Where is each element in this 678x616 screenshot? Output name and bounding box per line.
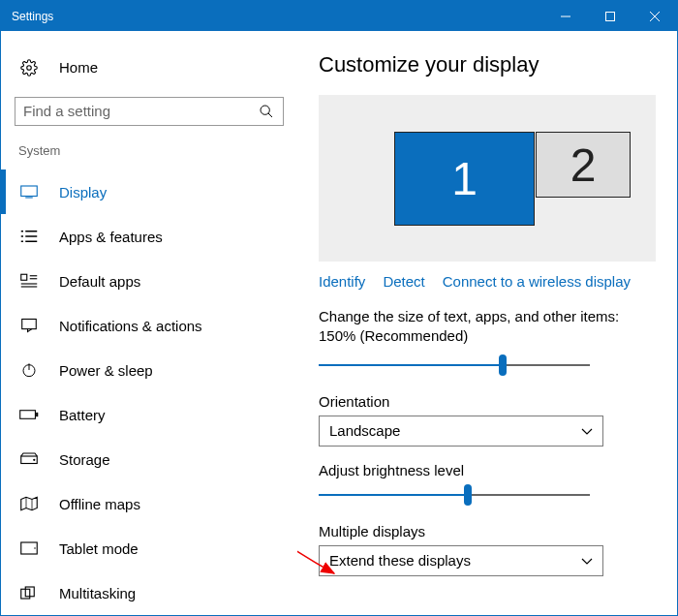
nav-list: Display Apps & features Default apps <box>1 169 297 615</box>
sidebar-item-notifications[interactable]: Notifications & actions <box>1 303 297 348</box>
sidebar-item-storage[interactable]: Storage <box>1 437 297 481</box>
multitasking-icon <box>18 586 40 600</box>
display-actions: Identify Detect Connect to a wireless di… <box>319 273 656 290</box>
tablet-icon <box>18 541 40 555</box>
chevron-down-icon <box>581 422 593 439</box>
svg-line-5 <box>268 113 272 117</box>
connect-wireless-link[interactable]: Connect to a wireless display <box>443 273 631 290</box>
sidebar-item-label: Notifications & actions <box>59 318 202 334</box>
sidebar-item-label: Display <box>59 184 107 200</box>
brightness-slider[interactable] <box>319 484 590 506</box>
list-icon <box>18 230 40 243</box>
scale-slider[interactable] <box>319 354 590 376</box>
titlebar: Settings <box>1 1 677 31</box>
sidebar-item-multitasking[interactable]: Multitasking <box>1 570 297 615</box>
monitor-1[interactable]: 1 <box>394 132 535 226</box>
sidebar-item-label: Tablet mode <box>59 540 139 557</box>
sidebar-item-apps[interactable]: Apps & features <box>1 214 297 259</box>
svg-rect-1 <box>606 12 615 20</box>
identify-link[interactable]: Identify <box>319 273 365 290</box>
sidebar-item-maps[interactable]: Offline maps <box>1 481 297 526</box>
defaults-icon <box>18 273 40 289</box>
sidebar-item-label: Multitasking <box>59 585 136 601</box>
slider-thumb[interactable] <box>464 484 472 506</box>
power-icon <box>18 362 40 378</box>
gear-icon <box>18 59 40 77</box>
svg-point-25 <box>33 459 35 461</box>
sidebar-item-label: Apps & features <box>59 229 163 245</box>
sidebar-item-default-apps[interactable]: Default apps <box>1 259 297 303</box>
orientation-dropdown[interactable]: Landscape <box>319 416 603 447</box>
svg-rect-6 <box>21 186 38 197</box>
settings-window: Settings Home <box>0 0 678 616</box>
orientation-label: Orientation <box>319 393 656 410</box>
map-icon <box>18 496 40 511</box>
category-label: System <box>1 139 297 169</box>
svg-rect-14 <box>21 274 27 280</box>
scale-text: Change the size of text, apps, and other… <box>319 307 656 347</box>
home-label: Home <box>59 59 98 76</box>
svg-point-29 <box>34 547 36 549</box>
brightness-label: Adjust brightness level <box>319 462 656 478</box>
sidebar: Home System Display <box>1 31 297 615</box>
slider-fill <box>319 494 468 496</box>
sidebar-item-label: Storage <box>59 451 110 468</box>
sidebar-item-label: Offline maps <box>59 496 140 512</box>
monitor-icon <box>18 185 40 199</box>
orientation-value: Landscape <box>329 422 400 439</box>
sidebar-item-tablet[interactable]: Tablet mode <box>1 526 297 570</box>
maximize-button[interactable] <box>588 1 632 31</box>
sidebar-item-label: Power & sleep <box>59 362 153 379</box>
search-input[interactable] <box>23 103 258 119</box>
sidebar-item-label: Battery <box>59 407 106 423</box>
content-area: Customize your display 1 2 Identify Dete… <box>297 31 677 615</box>
battery-icon <box>18 409 40 420</box>
svg-rect-23 <box>36 413 38 416</box>
multiple-displays-value: Extend these displays <box>329 552 471 569</box>
slider-fill <box>319 364 503 366</box>
svg-rect-22 <box>20 411 36 419</box>
sidebar-item-power[interactable]: Power & sleep <box>1 348 297 392</box>
page-title: Customize your display <box>319 52 656 77</box>
multiple-displays-dropdown[interactable]: Extend these displays <box>319 545 603 576</box>
home-nav[interactable]: Home <box>1 48 297 91</box>
chevron-down-icon <box>581 552 593 569</box>
monitor-2[interactable]: 2 <box>536 132 631 198</box>
svg-point-4 <box>261 106 269 114</box>
window-body: Home System Display <box>1 31 677 615</box>
search-icon <box>258 104 275 119</box>
sidebar-item-battery[interactable]: Battery <box>1 392 297 437</box>
slider-thumb[interactable] <box>499 354 507 376</box>
detect-link[interactable]: Detect <box>383 273 424 290</box>
search-box[interactable] <box>15 97 284 126</box>
close-button[interactable] <box>632 1 677 31</box>
display-preview[interactable]: 1 2 <box>319 95 656 262</box>
sidebar-item-label: Default apps <box>59 273 140 290</box>
notification-icon <box>18 318 40 333</box>
window-title: Settings <box>1 10 543 23</box>
minimize-button[interactable] <box>543 1 588 31</box>
svg-rect-19 <box>22 319 37 328</box>
sidebar-item-display[interactable]: Display <box>1 169 297 214</box>
storage-icon <box>18 452 40 466</box>
multiple-displays-label: Multiple displays <box>319 523 656 539</box>
